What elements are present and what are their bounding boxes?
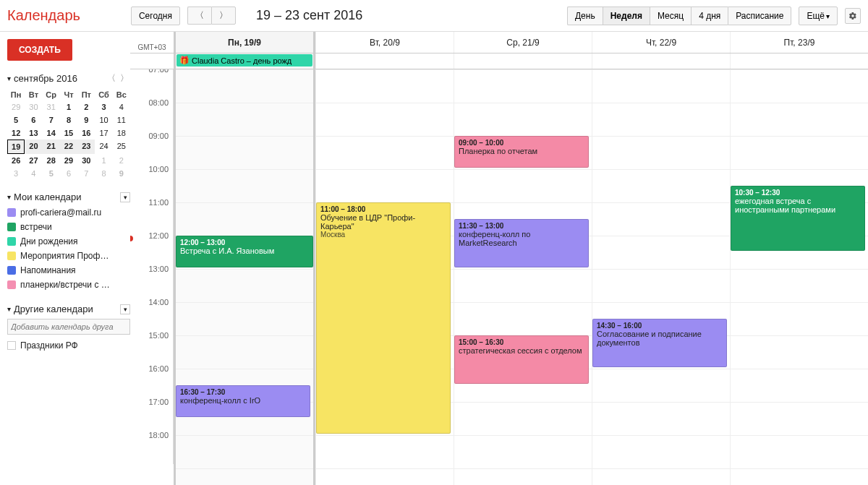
mini-day[interactable]: 31 — [43, 100, 60, 113]
allday-cell[interactable] — [315, 53, 454, 69]
calendar-item[interactable]: встречи — [7, 220, 130, 234]
mini-day[interactable]: 17 — [95, 126, 112, 140]
prev-button[interactable]: 〈 — [187, 7, 211, 25]
calendar-item[interactable]: Напоминания — [7, 263, 130, 278]
day-header[interactable]: Вт, 20/9 — [315, 32, 454, 53]
event-title: Обучение в ЦДР "Профи-Карьера" — [320, 213, 446, 231]
mini-day[interactable]: 3 — [95, 100, 112, 113]
mini-day[interactable]: 27 — [25, 154, 42, 167]
mini-calendar-title: сентябрь 2016 — [14, 73, 106, 84]
mini-day[interactable]: 7 — [77, 167, 95, 180]
mini-day[interactable]: 5 — [7, 113, 25, 126]
holidays-calendar[interactable]: Праздники РФ — [7, 340, 130, 351]
mini-day[interactable]: 28 — [43, 154, 60, 167]
view-button-2[interactable]: Месяц — [650, 7, 691, 25]
today-button[interactable]: Сегодня — [131, 7, 180, 25]
mini-day[interactable]: 1 — [60, 100, 77, 113]
mini-day[interactable]: 13 — [25, 126, 42, 140]
next-button[interactable]: 〉 — [211, 7, 236, 25]
mini-next-button[interactable]: 〉 — [119, 72, 130, 85]
allday-cell[interactable] — [730, 53, 868, 69]
mini-day[interactable]: 8 — [95, 167, 112, 180]
calendar-event[interactable]: 10:30 – 12:30ежегодная встреча с иностра… — [731, 186, 865, 251]
mini-day[interactable]: 18 — [113, 126, 130, 140]
mini-day[interactable]: 3 — [7, 167, 25, 180]
mini-day[interactable]: 5 — [43, 167, 60, 180]
day-column[interactable]: 10:30 – 12:30ежегодная встреча с иностра… — [730, 69, 868, 485]
calendar-item[interactable]: Мероприятия Проф… — [7, 249, 130, 263]
mini-day[interactable]: 30 — [25, 100, 42, 113]
day-header[interactable]: Чт, 22/9 — [592, 32, 730, 53]
day-header[interactable]: Пн, 19/9 — [174, 32, 315, 53]
mini-day[interactable]: 11 — [113, 113, 130, 126]
allday-event[interactable]: 🎁Claudia Castro – день рожд — [176, 54, 312, 66]
collapse-icon[interactable]: ▾ — [7, 193, 11, 201]
mini-day[interactable]: 2 — [77, 100, 95, 113]
mini-day[interactable]: 24 — [95, 140, 112, 154]
mini-day[interactable]: 6 — [60, 167, 77, 180]
mini-day[interactable]: 12 — [7, 126, 25, 140]
calendar-event[interactable]: 11:00 – 18:00Обучение в ЦДР "Профи-Карье… — [316, 202, 451, 434]
mini-day[interactable]: 7 — [43, 113, 60, 126]
mini-day[interactable]: 14 — [43, 126, 60, 140]
view-button-1[interactable]: Неделя — [603, 7, 650, 25]
mini-day[interactable]: 20 — [25, 140, 42, 154]
mini-day[interactable]: 30 — [77, 154, 95, 167]
topbar: Календарь Сегодня 〈 〉 19 – 23 сент 2016 … — [0, 0, 868, 32]
mini-day[interactable]: 29 — [60, 154, 77, 167]
day-column[interactable]: 12:00 – 13:00Встреча с И.А. Язановым16:3… — [174, 69, 315, 485]
mini-day[interactable]: 16 — [77, 126, 95, 140]
more-button[interactable]: Ещё▾ — [799, 7, 838, 25]
mini-day[interactable]: 19 — [7, 140, 25, 154]
calendar-label: Дни рождения — [20, 236, 78, 246]
my-calendars-menu[interactable]: ▾ — [120, 192, 130, 202]
mini-day[interactable]: 1 — [95, 154, 112, 167]
calendar-event[interactable]: 15:00 – 16:30стратегическая сессия с отд… — [454, 335, 589, 384]
mini-day[interactable]: 15 — [60, 126, 77, 140]
create-button[interactable]: СОЗДАТЬ — [7, 39, 72, 61]
mini-day[interactable]: 2 — [113, 154, 130, 167]
event-title: Согласование и подписание документов — [597, 330, 723, 347]
mini-day[interactable]: 8 — [60, 113, 77, 126]
view-button-0[interactable]: День — [567, 7, 603, 25]
calendar-event[interactable]: 16:30 – 17:30конференц-колл с IrO — [176, 385, 310, 417]
mini-day[interactable]: 9 — [77, 113, 95, 126]
view-button-3[interactable]: 4 дня — [691, 7, 728, 25]
mini-day[interactable]: 4 — [113, 100, 130, 113]
mini-day[interactable]: 26 — [7, 154, 25, 167]
other-calendars-menu[interactable]: ▾ — [120, 304, 130, 314]
mini-day[interactable]: 6 — [25, 113, 42, 126]
hour-label: 17:00 — [130, 398, 174, 431]
allday-cell[interactable] — [454, 53, 592, 69]
day-column[interactable]: 11:00 – 18:00Обучение в ЦДР "Профи-Карье… — [315, 69, 454, 485]
mini-day[interactable]: 4 — [25, 167, 42, 180]
mini-day[interactable]: 23 — [77, 140, 95, 154]
calendar-event[interactable]: 12:00 – 13:00Встреча с И.А. Язановым — [176, 236, 313, 267]
calendar-event[interactable]: 11:30 – 13:00конференц-колл по MarketRes… — [454, 219, 589, 267]
mini-day[interactable]: 9 — [113, 167, 130, 180]
day-column[interactable]: 14:30 – 16:00Согласование и подписание д… — [592, 69, 730, 485]
allday-cell[interactable] — [592, 53, 730, 69]
mini-day[interactable]: 10 — [95, 113, 112, 126]
collapse-icon[interactable]: ▾ — [7, 305, 11, 313]
mini-day[interactable]: 22 — [60, 140, 77, 154]
app-logo[interactable]: Календарь — [7, 7, 80, 24]
calendar-item[interactable]: profi-cariera@mail.ru — [7, 205, 130, 220]
mini-prev-button[interactable]: 〈 — [106, 72, 117, 85]
collapse-icon[interactable]: ▾ — [7, 74, 11, 82]
day-column[interactable]: 09:00 – 10:00Планерка по отчетам11:30 – … — [454, 69, 592, 485]
view-button-4[interactable]: Расписание — [728, 7, 791, 25]
calendar-event[interactable]: 14:30 – 16:00Согласование и подписание д… — [592, 319, 727, 367]
calendar-event[interactable]: 09:00 – 10:00Планерка по отчетам — [454, 136, 589, 168]
allday-cell[interactable]: 🎁Claudia Castro – день рожд — [174, 53, 315, 69]
add-calendar-input[interactable] — [7, 319, 130, 335]
calendar-item[interactable]: планерки/встречи с … — [7, 278, 130, 292]
calendar-item[interactable]: Дни рождения — [7, 234, 130, 249]
day-header[interactable]: Ср, 21/9 — [454, 32, 592, 53]
mini-dow: Вт — [25, 89, 42, 100]
settings-button[interactable] — [845, 8, 861, 24]
mini-day[interactable]: 21 — [43, 140, 60, 154]
mini-day[interactable]: 25 — [113, 140, 130, 154]
day-header[interactable]: Пт, 23/9 — [730, 32, 868, 53]
mini-day[interactable]: 29 — [7, 100, 25, 113]
